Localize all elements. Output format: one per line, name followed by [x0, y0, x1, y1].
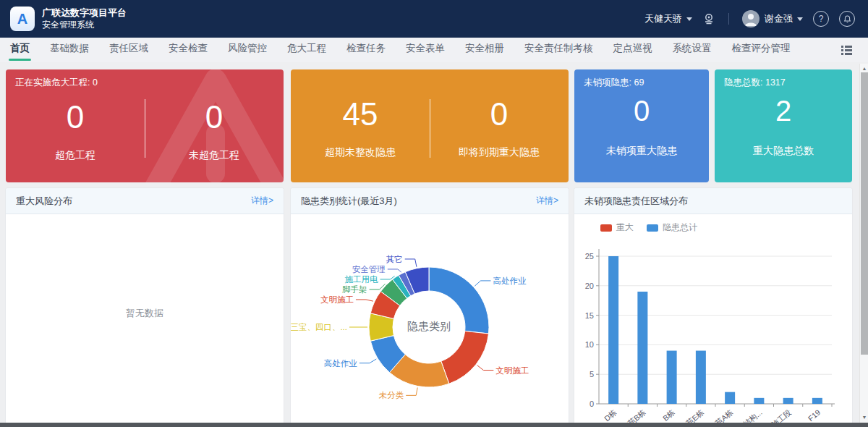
system-title: 安全管理系统: [42, 20, 127, 30]
donut-label: 文明施工: [320, 295, 354, 304]
donut-connector: [380, 276, 395, 279]
bar: [725, 392, 735, 404]
donut-label: 文明施工: [495, 366, 529, 375]
area-distribution-bar-chart: 0510152025北苑C、D栋南苑B栋北苑A、B栋北苑E栋南苑A栋北苑E座结构…: [574, 239, 852, 427]
notification-bell-icon[interactable]: [839, 11, 855, 27]
donut-connector: [388, 269, 401, 272]
panel-title: 重大风险分布: [16, 195, 72, 208]
legend-item-0[interactable]: 重大: [600, 221, 634, 234]
nav-tab-12[interactable]: 检查评分管理: [732, 38, 791, 62]
nav-tab-5[interactable]: 危大工程: [287, 38, 326, 62]
user-name: 谢金强: [765, 12, 793, 25]
help-icon[interactable]: ?: [813, 11, 829, 27]
bar: [696, 351, 706, 404]
project-name: 天健天骄: [644, 12, 682, 25]
donut-label: 其它: [386, 255, 403, 263]
legend-label: 隐患总计: [663, 221, 697, 234]
panel-title: 未销项隐患责任区域分布: [584, 195, 688, 208]
y-tick-label: 0: [590, 399, 594, 408]
scroll-down-icon[interactable]: ▼: [861, 414, 867, 421]
nav-tab-0[interactable]: 首页: [10, 38, 30, 62]
bar-chart-legend: 重大隐患总计: [600, 221, 697, 234]
donut-connector: [475, 281, 490, 286]
card-dangerous-projects: 正在实施危大工程: 0 0 超危工程 0 未超危工程: [6, 69, 284, 182]
nav-tab-11[interactable]: 系统设置: [673, 38, 712, 62]
avatar: [742, 10, 760, 28]
legend-swatch: [600, 224, 612, 232]
card-divider: [145, 99, 145, 158]
due-soon-count: 0: [490, 97, 508, 132]
donut-connector: [406, 388, 417, 396]
y-tick-label: 5: [590, 370, 594, 379]
nav-tab-2[interactable]: 责任区域: [109, 38, 148, 62]
location-icon[interactable]: [702, 12, 715, 25]
open-major-label: 未销项重大隐患: [606, 145, 677, 158]
bar: [667, 351, 677, 404]
bar: [608, 256, 618, 404]
not-over-danger-count: 0: [205, 100, 223, 135]
card-total-major-hazards: 隐患总数: 1317 2 重大隐患总数: [715, 69, 852, 182]
panel-area-distribution: 未销项隐患责任区域分布 重大隐患总计 0510152025北苑C、D栋南苑B栋北…: [574, 188, 852, 427]
scrollbar-thumb[interactable]: [861, 72, 868, 355]
scroll-up-icon[interactable]: ▲: [861, 65, 867, 72]
donut-label: 高处作业: [324, 359, 358, 368]
overdue-count: 45: [343, 97, 378, 132]
nav-tab-10[interactable]: 定点巡视: [613, 38, 652, 62]
empty-state-text: 暂无数据: [6, 307, 284, 320]
donut-label: 安全管理: [352, 265, 386, 274]
nav-tab-9[interactable]: 安全责任制考核: [524, 38, 593, 62]
bar: [637, 292, 647, 404]
donut-connector: [477, 365, 494, 371]
nav-tab-3[interactable]: 安全检查: [169, 38, 208, 62]
open-hazards-label: 未销项隐患: 69: [584, 77, 644, 89]
chevron-down-icon: [686, 17, 692, 21]
donut-slice: [441, 331, 489, 384]
due-soon-label: 即将到期重大隐患: [459, 146, 540, 159]
total-major-count: 2: [775, 94, 791, 127]
user-menu[interactable]: 谢金强: [742, 10, 803, 28]
panel-title: 隐患类别统计(最近3月): [301, 195, 397, 208]
y-tick-label: 20: [585, 282, 594, 290]
app-title: 广联达数字项目平台 安全管理系统: [42, 7, 127, 30]
legend-item-1[interactable]: 隐患总计: [647, 221, 697, 234]
y-tick-label: 15: [585, 311, 594, 320]
x-category-label: F19: [807, 407, 822, 423]
open-major-count: 0: [634, 94, 650, 127]
risk-details-link[interactable]: 详情>: [251, 195, 273, 207]
total-major-label: 重大隐患总数: [753, 145, 814, 158]
over-danger-label: 超危工程: [55, 149, 95, 162]
donut-connector: [405, 259, 417, 267]
active-danger-projects-label: 正在实施危大工程: 0: [15, 77, 98, 89]
nav-tabs: 首页基础数据责任区域安全检查风险管控危大工程检查任务安全表单安全相册安全责任制考…: [10, 38, 811, 62]
donut-label: 未分类: [379, 391, 404, 399]
window-bottom-edge: [0, 423, 868, 427]
donut-label: 高处作业: [493, 276, 527, 285]
donut-connector: [356, 300, 373, 301]
donut-label: 脚手架: [342, 285, 367, 294]
vertical-scrollbar[interactable]: ▲ ▼: [859, 64, 868, 423]
nav-tab-4[interactable]: 风险管控: [228, 38, 267, 62]
card-open-major-hazards: 未销项隐患: 69 0 未销项重大隐患: [574, 69, 709, 182]
nav-tab-8[interactable]: 安全相册: [465, 38, 504, 62]
overdue-label: 超期未整改隐患: [325, 146, 396, 159]
platform-title: 广联达数字项目平台: [42, 7, 127, 19]
nav-tab-1[interactable]: 基础数据: [50, 38, 89, 62]
nav-tab-7[interactable]: 安全表单: [406, 38, 445, 62]
main-nav: 首页基础数据责任区域安全检查风险管控危大工程检查任务安全表单安全相册安全责任制考…: [0, 38, 868, 62]
card-divider: [430, 99, 430, 158]
app-logo: A: [10, 7, 35, 31]
project-switcher[interactable]: 天健天骄: [644, 12, 692, 25]
topbar-divider: [728, 13, 729, 25]
chevron-down-icon: [797, 17, 803, 21]
card-overdue-hazards: 45 超期未整改隐患 0 即将到期重大隐患: [291, 69, 569, 182]
nav-tab-6[interactable]: 检查任务: [346, 38, 386, 62]
donut-connector: [359, 359, 376, 363]
logo-letter: A: [17, 11, 27, 28]
not-over-danger-label: 未超危工程: [189, 149, 239, 162]
category-details-link[interactable]: 详情>: [536, 195, 558, 207]
panel-risk-distribution: 重大风险分布 详情> 暂无数据: [6, 188, 284, 427]
topbar: A 广联达数字项目平台 安全管理系统 天健天骄 谢金强 ?: [0, 0, 868, 38]
grid-menu-icon[interactable]: [841, 46, 852, 55]
bar: [812, 398, 822, 404]
y-tick-label: 25: [585, 252, 594, 261]
